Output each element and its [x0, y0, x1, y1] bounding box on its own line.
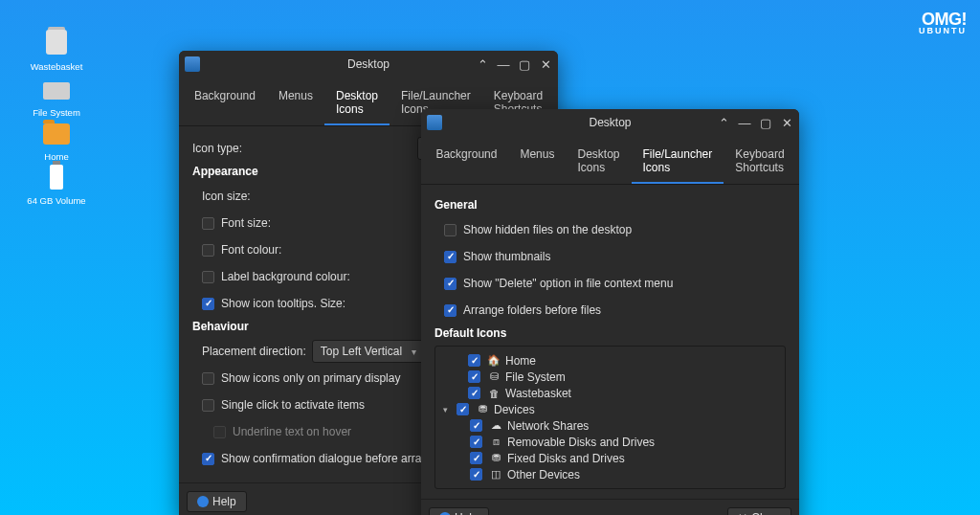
home-checkbox[interactable]: [468, 354, 480, 367]
default-icons-tree: 🏠 Home ⛁ File System 🗑 Wastebasket ▾ ⛃ D…: [434, 346, 786, 489]
tab-background[interactable]: Background: [183, 81, 267, 125]
close-button[interactable]: ✕: [780, 116, 793, 129]
tree-row-removable[interactable]: ⧈ Removable Disks and Drives: [443, 434, 777, 450]
folders-first-label: Arrange folders before files: [463, 303, 601, 317]
titlebar[interactable]: Desktop ⌃ — ▢ ✕: [421, 109, 799, 136]
default-icons-heading: Default Icons: [434, 326, 786, 340]
help-button[interactable]: Help: [187, 491, 247, 512]
desktop-icon-label: Wastebasket: [31, 61, 83, 72]
cloud-icon: ☁: [489, 419, 502, 433]
hidden-files-checkbox[interactable]: [444, 224, 457, 236]
desktop-icon-home[interactable]: Home: [23, 117, 90, 162]
single-click-checkbox[interactable]: [202, 399, 214, 412]
devices-checkbox[interactable]: [457, 403, 469, 415]
other-checkbox[interactable]: [470, 468, 482, 481]
tooltips-label: Show icon tooltips. Size:: [221, 297, 345, 310]
close-button[interactable]: ✕: [539, 57, 552, 71]
tabs: Background Menus Desktop Icons File/Laun…: [421, 136, 799, 185]
app-icon: [427, 115, 442, 130]
maximize-button[interactable]: ▢: [759, 116, 772, 129]
tab-menus[interactable]: Menus: [267, 81, 324, 125]
fixed-disk-icon: ⛃: [489, 452, 502, 465]
font-size-checkbox[interactable]: [202, 217, 214, 230]
tree-row-filesystem[interactable]: ⛁ File System: [443, 369, 777, 385]
thumbnails-label: Show thumbnails: [463, 250, 550, 263]
filesystem-checkbox[interactable]: [468, 370, 480, 383]
close-button[interactable]: ✕ Close: [727, 507, 791, 515]
icon-type-label: Icon type:: [192, 142, 242, 155]
thumbnails-checkbox[interactable]: [444, 251, 457, 263]
tab-background[interactable]: Background: [424, 140, 508, 184]
trash-icon: 🗑: [487, 387, 501, 400]
label-bg-checkbox[interactable]: [202, 271, 214, 283]
underline-label: Underline text on hover: [233, 425, 351, 438]
omg-ubuntu-logo: OMG!UBUNTU: [919, 11, 967, 34]
tooltips-checkbox[interactable]: [202, 298, 214, 310]
desktop-icon-wastebasket[interactable]: Wastebasket: [23, 27, 90, 72]
tab-file-launcher-icons[interactable]: File/Launcher Icons: [632, 140, 724, 184]
tab-desktop-icons[interactable]: Desktop Icons: [566, 140, 631, 184]
drive-icon: [41, 73, 72, 103]
confirm-checkbox[interactable]: [202, 453, 214, 465]
shade-button[interactable]: ⌃: [717, 116, 730, 129]
desktop-icon-filesystem[interactable]: File System: [23, 73, 90, 118]
minimize-button[interactable]: —: [497, 57, 510, 71]
maximize-button[interactable]: ▢: [518, 57, 531, 71]
app-icon: [185, 56, 200, 72]
folders-first-checkbox[interactable]: [444, 304, 457, 317]
tree-row-fixed[interactable]: ⛃ Fixed Disks and Drives: [443, 450, 777, 466]
folder-icon: [41, 117, 72, 147]
home-icon: 🏠: [487, 354, 501, 368]
tab-desktop-icons[interactable]: Desktop Icons: [324, 81, 390, 125]
tree-row-network[interactable]: ☁ Network Shares: [443, 417, 777, 434]
primary-only-checkbox[interactable]: [202, 372, 214, 385]
removable-disk-icon: ⧈: [489, 436, 502, 449]
removable-checkbox[interactable]: [470, 436, 482, 448]
font-colour-label: Font colour:: [221, 243, 281, 257]
underline-checkbox: [213, 426, 226, 438]
network-checkbox[interactable]: [470, 419, 482, 432]
placement-select[interactable]: Top Left Vertical: [312, 340, 425, 363]
single-click-label: Single click to activate items: [221, 398, 365, 412]
font-size-label: Font size:: [221, 216, 271, 230]
general-heading: General: [434, 198, 786, 212]
desktop-icon-volume[interactable]: 64 GB Volume: [23, 161, 90, 206]
devices-icon: ⛃: [476, 403, 489, 416]
shade-button[interactable]: ⌃: [476, 57, 489, 71]
hidden-files-label: Show hidden files on the desktop: [463, 223, 632, 236]
drive-icon: ⛁: [487, 370, 501, 384]
titlebar[interactable]: Desktop ⌃ — ▢ ✕: [179, 51, 558, 78]
delete-option-checkbox[interactable]: [444, 278, 457, 290]
wastebasket-checkbox[interactable]: [468, 387, 480, 399]
tree-row-home[interactable]: 🏠 Home: [443, 352, 777, 369]
tree-row-other[interactable]: ◫ Other Devices: [443, 466, 777, 482]
device-icon: ◫: [489, 468, 502, 481]
tab-menus[interactable]: Menus: [508, 140, 566, 184]
font-colour-checkbox[interactable]: [202, 244, 214, 257]
desktop-settings-window-2: Desktop ⌃ — ▢ ✕ Background Menus Desktop…: [421, 109, 799, 515]
icon-size-label: Icon size:: [202, 190, 251, 203]
usb-icon: [41, 161, 72, 191]
trash-icon: [41, 27, 72, 57]
close-icon: ✕: [738, 511, 747, 515]
help-icon: [197, 496, 209, 507]
desktop-icon-label: 64 GB Volume: [27, 195, 85, 206]
delete-option-label: Show "Delete" option in file context men…: [463, 277, 673, 290]
fixed-checkbox[interactable]: [470, 452, 482, 464]
minimize-button[interactable]: —: [738, 116, 751, 129]
placement-label: Placement direction:: [202, 345, 306, 358]
label-bg-label: Label background colour:: [221, 270, 350, 283]
tree-row-wastebasket[interactable]: 🗑 Wastebasket: [443, 385, 777, 401]
primary-only-label: Show icons only on primary display: [221, 371, 400, 385]
help-button[interactable]: Help: [429, 507, 489, 515]
tree-row-devices[interactable]: ▾ ⛃ Devices: [443, 401, 777, 417]
tab-keyboard-shortcuts[interactable]: Keyboard Shortcuts: [724, 140, 795, 184]
chevron-down-icon[interactable]: ▾: [443, 405, 455, 414]
